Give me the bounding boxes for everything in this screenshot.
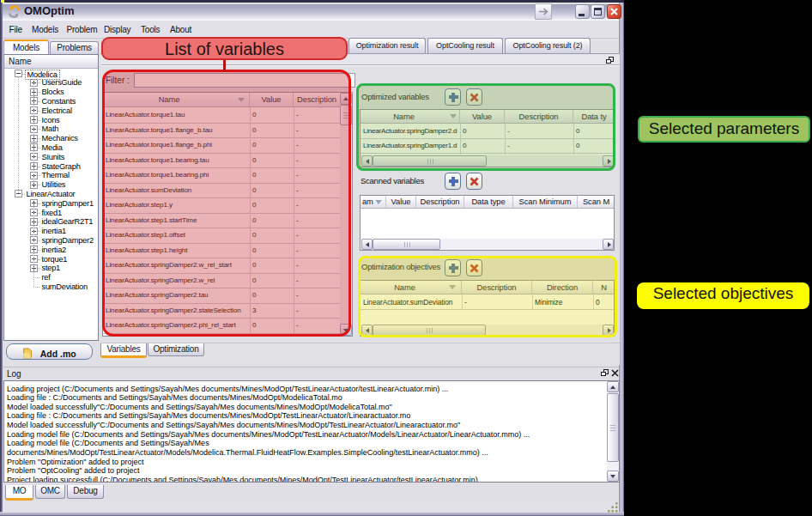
tree-item-torque1[interactable]: torque1 <box>4 255 98 264</box>
scanned-variables-label: Scanned variables <box>361 176 424 185</box>
menu-display[interactable]: Display <box>104 25 130 34</box>
close-icon <box>609 7 619 16</box>
log-output[interactable]: Loading project (C:/Documents and Settin… <box>3 380 620 483</box>
annotation-red-box <box>102 70 351 337</box>
left-arrow-icon <box>366 242 369 247</box>
right-arrow-icon <box>536 4 551 19</box>
close-log-icon[interactable] <box>611 369 619 377</box>
tab-omc[interactable]: OMC <box>35 485 65 499</box>
red-x-icon <box>470 177 479 186</box>
tree-item-idealgearr2t1[interactable]: idealGearR2T1 <box>4 217 98 227</box>
window-title: OMOptim <box>24 4 75 17</box>
scanned-h-scrollbar[interactable] <box>361 239 614 250</box>
col-header[interactable]: Scan Minimum <box>513 196 578 209</box>
tree-item-label: sumDeviation <box>40 282 89 292</box>
tab-optimization[interactable]: Optimization <box>148 343 204 356</box>
screenshot-stage: OMOptim FileModelsProblemDisplayToolsAbo… <box>0 0 812 516</box>
tree-item-label: Thermal <box>40 171 71 180</box>
title-bar[interactable]: OMOptim <box>3 3 619 21</box>
tree-item-inertia2[interactable]: inertia2 <box>4 246 98 255</box>
resize-grip[interactable] <box>608 502 619 513</box>
annotation-selected-parameters: Selected parameters <box>638 116 810 143</box>
tree-item-ref[interactable]: ref <box>4 273 98 282</box>
tree-item-label: inertia1 <box>40 227 69 236</box>
thumb-grip <box>404 242 410 247</box>
tab-variables[interactable]: Variables <box>100 343 147 358</box>
tab-optcooling-result[interactable]: OptCooling result <box>427 38 503 53</box>
tree-item-label: Utilities <box>40 180 68 190</box>
scrollbar-thumb[interactable] <box>373 239 440 250</box>
add-mo-label: Add .mo <box>40 349 76 359</box>
tree-item-sumdeviation[interactable]: sumDeviation <box>4 282 98 292</box>
panel-groove-light <box>101 65 619 66</box>
tab-problems[interactable]: Problems <box>50 41 99 54</box>
log-line: Loading file : C:/Documents and Settings… <box>7 411 410 420</box>
menu-models[interactable]: Models <box>32 25 58 34</box>
tree-item-step1[interactable]: step1 <box>4 264 98 273</box>
tree-guide-line <box>18 77 19 194</box>
scroll-up-button[interactable] <box>607 381 619 392</box>
tree-item-label: StateGraph <box>40 162 82 172</box>
tree-guide-line <box>33 82 34 185</box>
tree-header-label: Name <box>9 57 32 66</box>
menu-bar: FileModelsProblemDisplayToolsAbout <box>3 21 619 39</box>
tab-optimization-result[interactable]: Optimization result <box>348 38 426 53</box>
tree-item-springdamper2[interactable]: springDamper2 <box>4 236 98 246</box>
app-icon <box>7 4 21 19</box>
down-arrow-icon <box>610 475 615 478</box>
col-header[interactable]: am <box>361 196 386 209</box>
tree-header[interactable]: Name <box>4 55 98 69</box>
scroll-down-button[interactable] <box>607 470 619 482</box>
col-header[interactable]: Description <box>416 196 464 209</box>
annotation-yellow-box <box>358 256 617 337</box>
restore-subwindow-icon[interactable] <box>606 57 615 64</box>
maximize-button[interactable] <box>591 4 605 19</box>
add-mo-button[interactable]: Add .mo <box>6 343 93 360</box>
minimize-button[interactable] <box>575 4 590 19</box>
tree-item-label: Math <box>40 124 61 134</box>
scroll-left-button[interactable] <box>361 239 373 250</box>
tree-item-inertia1[interactable]: inertia1 <box>4 227 98 236</box>
menu-tools[interactable]: Tools <box>141 25 160 34</box>
scrollbar-thumb[interactable] <box>607 393 619 462</box>
tree-item-label: UsersGuide <box>40 78 84 88</box>
toolbar-arrow-button[interactable] <box>535 3 552 20</box>
models-tree: Name ModelicaUsersGuideBlocksConstantsEl… <box>3 54 99 341</box>
float-log-icon[interactable] <box>601 369 609 376</box>
col-header[interactable]: Data type <box>464 196 513 209</box>
tree-item-label: fixed1 <box>40 209 64 218</box>
thumb-grip <box>610 425 615 431</box>
col-header[interactable]: Scan M <box>578 196 615 209</box>
scanned-add-button[interactable] <box>445 173 461 190</box>
tab-optcooling-result-2-[interactable]: OptCooling result (2) <box>505 38 591 53</box>
tree-item-springdamper1[interactable]: springDamper1 <box>4 199 98 209</box>
log-line: documents/Mines/ModOpt/TestLinearActuato… <box>7 448 488 457</box>
tree-item-label: torque1 <box>40 255 70 264</box>
scroll-right-button[interactable] <box>603 239 614 250</box>
tree-item-label: inertia2 <box>40 246 69 255</box>
tab-debug[interactable]: Debug <box>67 485 104 499</box>
tree-guide-line <box>33 287 40 288</box>
tree-item-label: Blocks <box>40 88 66 97</box>
scanned-remove-button[interactable] <box>466 173 482 190</box>
dock-separator <box>3 367 619 367</box>
tree-item-label: springDamper2 <box>40 236 95 246</box>
tab-models[interactable]: Models <box>3 39 49 54</box>
minus-expander-icon[interactable] <box>15 70 22 77</box>
menu-about[interactable]: About <box>170 25 191 34</box>
tree-item-label: ref <box>40 273 52 282</box>
scanned-variables-table[interactable]: amValueDescriptionData typeScan MinimumS… <box>360 195 615 251</box>
sort-indicator-icon <box>375 200 382 204</box>
close-button[interactable] <box>607 4 621 19</box>
tree-item-label: LinearActuator <box>25 190 77 199</box>
maximize-icon <box>594 8 602 15</box>
tree-item-fixed1[interactable]: fixed1 <box>4 209 98 218</box>
annotation-list-of-variables: List of variables <box>101 37 348 60</box>
tree-guide-line <box>33 203 34 288</box>
menu-problem[interactable]: Problem <box>67 25 98 34</box>
log-line: Model loaded successfully"C:/Documents a… <box>7 421 460 429</box>
log-scrollbar[interactable] <box>607 381 619 482</box>
col-header[interactable]: Value <box>386 196 416 209</box>
tab-mo[interactable]: MO <box>5 485 33 501</box>
menu-file[interactable]: File <box>9 25 22 34</box>
